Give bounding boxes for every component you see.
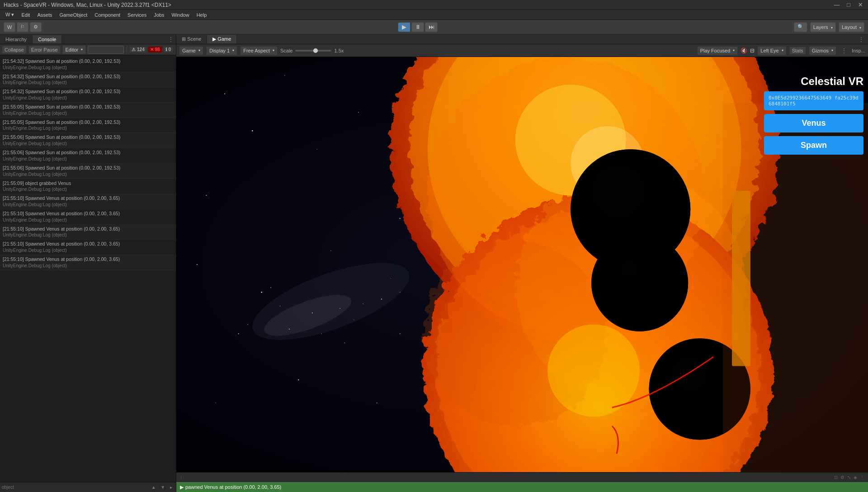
status-arrow: ▶ [180,484,184,490]
log-sub: UnityEngine.Debug:Log (object) [3,156,173,162]
menu-jobs[interactable]: Jobs [150,11,168,19]
unity-toolbar: W ⚐ ⚙ ▶ ⏸ ⏭ 🔍 Layers ▾ Layout ▾ [0,20,868,34]
game-toolbar: Game ▾ Display 1 ▾ Free Aspect ▾ Scale [176,44,868,57]
svg-point-25 [280,306,281,307]
log-item[interactable]: [21:54:32] Spawned Sun at position (0.00… [0,72,176,88]
pause-button[interactable]: ⏸ [411,22,424,32]
mute-icon[interactable]: 🔇 [741,47,747,54]
collapse-button[interactable]: Collapse [2,46,27,54]
menu-gameobject[interactable]: GameObject [56,11,91,19]
svg-rect-55 [723,103,868,472]
tool-w[interactable]: W [4,22,15,32]
log-item[interactable]: [21:55:05] Spawned Sun at position (0.00… [0,118,176,133]
log-item[interactable]: [21:55:10] Spawned Venus at position (0.… [0,194,176,209]
log-item[interactable]: [21:54:32] Spawned Sun at position (0.00… [0,57,176,72]
display-dropdown[interactable]: Display 1 ▾ [206,46,237,55]
error-pause-button[interactable]: Error Pause [28,46,61,54]
view-tabs: ⊞ Scene ▶ Game ⋮ [176,34,868,44]
maximize-button[interactable]: □ [844,1,853,8]
insp-label: Insp... [852,48,865,53]
minimize-button[interactable]: — [833,1,841,8]
scroll-down-btn[interactable]: ▼ [159,485,167,490]
svg-point-30 [400,292,401,293]
tool-settings[interactable]: ⚙ [30,22,42,32]
console-search[interactable] [88,46,124,54]
object-label: object [2,485,14,490]
badge-info: ℹ 0 [164,47,173,52]
log-item[interactable]: [21:55:06] Spawned Sun at position (0.00… [0,148,176,164]
three-dots-2[interactable]: ⋮ [860,475,864,480]
play-focused-dropdown[interactable]: Play Focused ▾ [697,46,738,55]
editor-dropdown[interactable]: Editor ▾ [62,45,86,54]
tab-console[interactable]: Console [33,35,62,43]
gizmos-dropdown[interactable]: Gizmos ▾ [809,46,836,55]
scroll-right-btn[interactable]: ▸ [168,485,174,490]
layers-chevron: ▾ [831,26,833,30]
vr-title: Celestial VR [764,75,863,88]
spawn-button[interactable]: Spawn [764,136,863,155]
log-sub: UnityEngine.Debug:Log (object) [3,247,173,254]
log-item[interactable]: [21:55:09] object grabbed Venus UnityEng… [0,179,176,194]
tab-hierarchy[interactable]: Hierarchy [0,35,33,43]
layers-dropdown[interactable]: Layers ▾ [810,22,836,32]
venus-button[interactable]: Venus [764,114,863,132]
log-sub: UnityEngine.Debug:Log (object) [3,80,173,86]
tool-e[interactable]: ⚐ [17,22,28,32]
menu-help[interactable]: Help [193,11,211,19]
svg-point-6 [358,112,359,113]
tab-scene[interactable]: ⊞ Scene [176,35,207,43]
vr-overlay: Celestial VR 0x0E5d299236647563649 fa25c… [764,75,863,155]
eye-dropdown[interactable]: Left Eye ▾ [757,46,786,55]
menu-services[interactable]: Services [124,11,150,19]
left-panel-tabs: Hierarchy Console ⋮ [0,34,176,44]
svg-point-14 [298,379,299,380]
search-button[interactable]: 🔍 [794,22,807,32]
game-icon: ▶ [212,36,217,42]
svg-point-16 [377,402,377,403]
scale-slider[interactable] [295,50,331,52]
tabs-more[interactable]: ⋮ [856,36,868,43]
menu-w[interactable]: W ▾ [2,11,18,19]
game-dropdown[interactable]: Game ▾ [179,46,203,55]
log-main: [21:55:05] Spawned Sun at position (0.00… [3,119,173,126]
scroll-up-btn[interactable]: ▲ [150,485,158,490]
left-panel: Hierarchy Console ⋮ Collapse Error Pause… [0,34,176,492]
step-button[interactable]: ⏭ [425,22,438,32]
close-button[interactable]: ✕ [856,1,864,8]
expand-icon: ⤡ [847,475,851,480]
game-more-btn[interactable]: ⋮ [839,47,849,54]
tab-game[interactable]: ▶ Game [207,35,237,43]
svg-point-5 [206,195,207,196]
log-item[interactable]: [21:55:10] Spawned Venus at position (0.… [0,255,176,270]
log-main: [21:55:10] Spawned Venus at position (0.… [3,256,173,263]
stats-button[interactable]: Stats [789,47,806,55]
play-button[interactable]: ▶ [398,22,410,32]
svg-point-33 [321,333,322,334]
log-item[interactable]: [21:55:06] Spawned Sun at position (0.00… [0,133,176,148]
menu-component[interactable]: Component [91,11,124,19]
log-item[interactable]: [21:55:10] Spawned Venus at position (0.… [0,209,176,225]
svg-point-24 [261,292,262,293]
svg-point-7 [400,218,401,219]
layout-dropdown[interactable]: Layout ▾ [839,22,864,32]
menu-assets[interactable]: Assets [33,11,56,19]
scene-icon: ⊞ [182,36,187,42]
log-main: [21:55:10] Spawned Venus at position (0.… [3,241,173,247]
tool-buttons: W ⚐ ⚙ [4,22,42,32]
scale-value: 1.5x [334,48,344,53]
scale-thumb [313,48,318,53]
log-item[interactable]: [21:55:10] Spawned Venus at position (0.… [0,240,176,255]
menu-edit[interactable]: Edit [18,11,33,19]
app-window: Hacks - SpaceVR - Windows, Mac, Linux - … [0,0,868,492]
game-view[interactable]: Celestial VR 0x0E5d299236647563649 fa25c… [176,57,868,472]
panel-more[interactable]: ⋮ [166,36,176,43]
svg-point-29 [381,298,382,299]
log-item[interactable]: [21:55:10] Spawned Venus at position (0.… [0,225,176,240]
log-item[interactable]: [21:55:06] Spawned Sun at position (0.00… [0,164,176,179]
log-item[interactable]: [21:55:05] Spawned Sun at position (0.00… [0,103,176,118]
separator [127,46,127,53]
log-main: [21:55:05] Spawned Sun at position (0.00… [3,104,173,110]
log-item[interactable]: [21:54:32] Spawned Sun at position (0.00… [0,87,176,103]
menu-window[interactable]: Window [168,11,193,19]
aspect-dropdown[interactable]: Free Aspect ▾ [240,46,278,55]
